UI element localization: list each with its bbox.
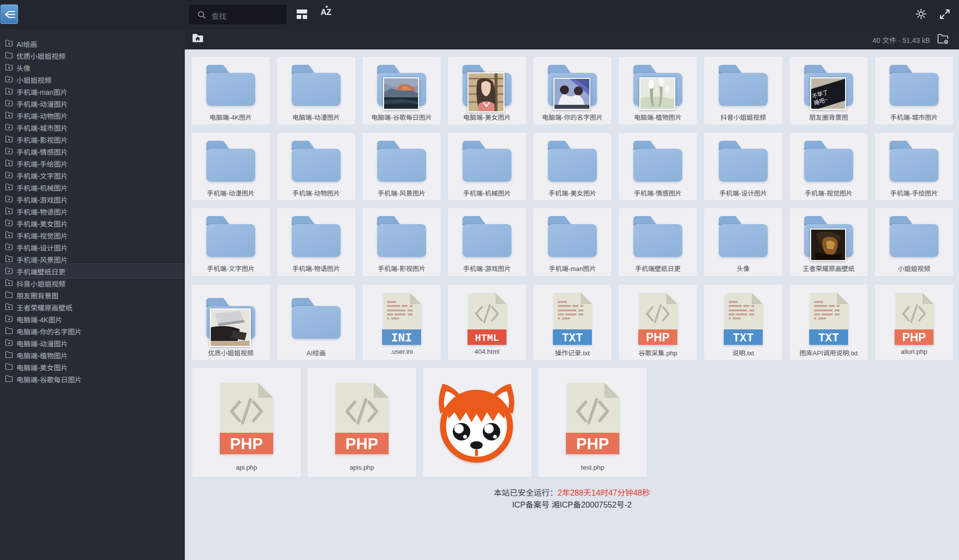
- svg-text:PHP: PHP: [646, 331, 669, 344]
- svg-text:PHP: PHP: [576, 435, 609, 453]
- svg-text:TXT: TXT: [562, 332, 583, 345]
- svg-text:TXT: TXT: [733, 332, 754, 345]
- svg-text:PHP: PHP: [346, 435, 379, 453]
- svg-text:PHP: PHP: [230, 435, 263, 453]
- svg-text:INI: INI: [391, 332, 412, 345]
- svg-text:HTML: HTML: [475, 332, 499, 344]
- svg-text:PHP: PHP: [902, 331, 926, 344]
- svg-text:TXT: TXT: [818, 332, 839, 345]
